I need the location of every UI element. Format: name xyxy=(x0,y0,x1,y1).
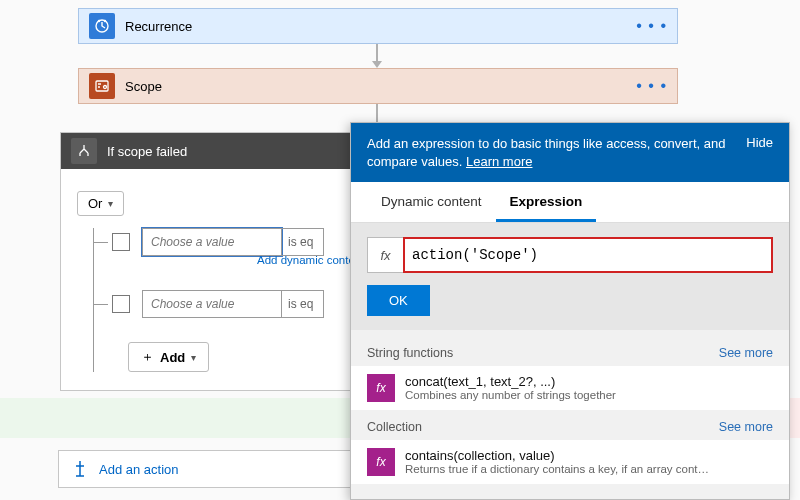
popup-header-text: Add an expression to do basic things lik… xyxy=(367,136,725,169)
recurrence-title: Recurrence xyxy=(125,19,636,34)
row-checkbox[interactable] xyxy=(112,295,130,313)
tab-dynamic-content[interactable]: Dynamic content xyxy=(367,182,496,222)
svg-point-1 xyxy=(99,21,100,22)
function-item[interactable]: fx contains(collection, value) Returns t… xyxy=(351,440,789,484)
function-description: Combines any number of strings together xyxy=(405,389,616,401)
plus-icon: ＋ xyxy=(141,348,154,366)
function-item[interactable]: fx concat(text_1, text_2?, ...) Combines… xyxy=(351,366,789,410)
svg-point-2 xyxy=(105,21,106,22)
popup-header: Add an expression to do basic things lik… xyxy=(351,123,789,182)
fx-icon: fx xyxy=(367,448,395,476)
chevron-down-icon: ▾ xyxy=(191,352,196,363)
function-signature: concat(text_1, text_2?, ...) xyxy=(405,374,616,389)
section-title: Collection xyxy=(367,420,422,434)
add-action-button[interactable]: Add an action xyxy=(58,450,378,488)
group-operator-label: Or xyxy=(88,196,102,211)
chevron-down-icon: ▾ xyxy=(108,198,113,209)
condition-title: If scope failed xyxy=(107,144,187,159)
ok-button[interactable]: OK xyxy=(367,285,430,316)
recurrence-card[interactable]: Recurrence • • • xyxy=(78,8,678,44)
row-checkbox[interactable] xyxy=(112,233,130,251)
scope-card[interactable]: Scope • • • xyxy=(78,68,678,104)
popup-tabs: Dynamic content Expression xyxy=(351,182,789,223)
tab-expression[interactable]: Expression xyxy=(496,182,597,222)
add-label: Add xyxy=(160,350,185,365)
value-input[interactable] xyxy=(142,228,282,256)
true-branch-bar xyxy=(0,398,390,438)
scope-title: Scope xyxy=(125,79,636,94)
fx-icon: fx xyxy=(367,374,395,402)
fx-icon: fx xyxy=(368,238,404,272)
clock-icon xyxy=(89,13,115,39)
expression-popup: Add an expression to do basic things lik… xyxy=(350,122,790,500)
learn-more-link[interactable]: Learn more xyxy=(466,154,532,169)
function-signature: contains(collection, value) xyxy=(405,448,709,463)
section-title: String functions xyxy=(367,346,453,360)
operator-select[interactable]: is eq xyxy=(282,290,324,318)
add-row-button[interactable]: ＋ Add ▾ xyxy=(128,342,209,372)
value-input[interactable] xyxy=(142,290,282,318)
scope-icon xyxy=(89,73,115,99)
see-more-link[interactable]: See more xyxy=(719,346,773,360)
add-action-icon xyxy=(71,460,89,478)
function-description: Returns true if a dictionary contains a … xyxy=(405,463,709,475)
group-operator-select[interactable]: Or ▾ xyxy=(77,191,124,216)
add-action-label: Add an action xyxy=(99,462,179,477)
dynamic-link-label: Add dynamic content xyxy=(257,254,364,266)
expression-input[interactable] xyxy=(404,238,772,272)
branch-icon xyxy=(71,138,97,164)
connector-arrow xyxy=(376,44,378,62)
svg-point-4 xyxy=(104,86,107,89)
hide-button[interactable]: Hide xyxy=(746,135,773,170)
operator-select[interactable]: is eq xyxy=(282,228,324,256)
connector-arrow xyxy=(376,104,378,124)
see-more-link[interactable]: See more xyxy=(719,420,773,434)
more-icon[interactable]: • • • xyxy=(636,77,667,95)
more-icon[interactable]: • • • xyxy=(636,17,667,35)
